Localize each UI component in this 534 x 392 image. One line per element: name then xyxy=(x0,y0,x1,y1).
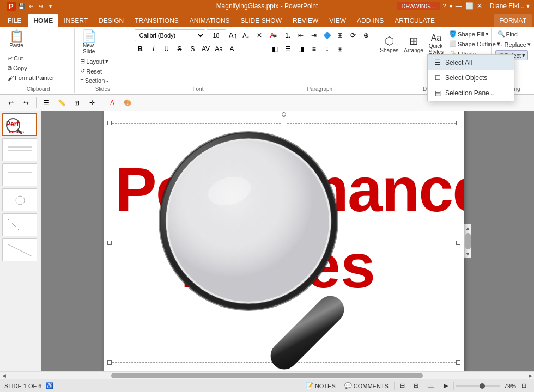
tab-addins[interactable]: ADD-INS xyxy=(351,14,389,27)
normal-view-btn[interactable]: ⊟ xyxy=(397,382,408,390)
tab-file[interactable]: FILE xyxy=(2,14,27,27)
line-spacing-btn[interactable]: ↕ xyxy=(321,43,333,55)
arrange-button[interactable]: ⊞ Arrange xyxy=(402,33,426,54)
scroll-thumb-h[interactable] xyxy=(111,373,422,378)
svg-rect-5 xyxy=(3,139,37,161)
select-objects-menu-item[interactable]: ☐ Select Objects xyxy=(428,70,514,85)
increase-indent-btn[interactable]: ⇥ xyxy=(308,29,320,41)
scroll-down-arrow[interactable]: ▼ xyxy=(464,250,472,258)
layout-button[interactable]: ⊟Layout▾ xyxy=(78,57,111,66)
restore-btn[interactable]: ⬜ xyxy=(465,2,474,10)
underline-button[interactable]: U xyxy=(161,43,173,55)
grid-btn[interactable]: ⊞ xyxy=(70,97,83,109)
change-case-button[interactable]: Aa xyxy=(213,43,225,55)
reset-button[interactable]: ↺Reset xyxy=(78,66,111,76)
font-label: Font xyxy=(135,85,262,92)
redo-toolbar-btn[interactable]: ↪ xyxy=(20,97,33,109)
slide-thumb-1[interactable]: 1 Perf Issues xyxy=(2,113,37,136)
close-btn[interactable]: ✕ xyxy=(477,2,482,10)
handle-lm xyxy=(107,241,112,245)
tab-format[interactable]: FORMAT xyxy=(494,14,532,27)
align-right-btn[interactable]: ◨ xyxy=(295,43,307,55)
slide-thumb-3[interactable]: 3 xyxy=(2,163,37,186)
reading-view-btn[interactable]: 📖 xyxy=(424,382,438,390)
slide-thumb-2[interactable]: 2 xyxy=(2,138,37,161)
font-color-toolbar-btn[interactable]: 🎨 xyxy=(121,97,134,109)
select-all-menu-item[interactable]: ☰ Select All xyxy=(428,55,514,70)
text-shadow-btn[interactable]: A xyxy=(106,97,119,109)
slide-thumb-6[interactable]: 6 xyxy=(2,238,37,261)
tab-design[interactable]: DESIGN xyxy=(93,14,129,27)
bullet-toolbar-btn[interactable]: ☰ xyxy=(40,97,53,109)
select-dropdown-menu: ☰ Select All ☐ Select Objects ▤ Selectio… xyxy=(427,54,514,101)
char-spacing-button[interactable]: AV xyxy=(200,43,212,55)
tab-articulate[interactable]: ARTICULATE xyxy=(389,14,440,27)
align-left-btn[interactable]: ◧ xyxy=(269,43,281,55)
tab-review[interactable]: REVIEW xyxy=(287,14,324,27)
scroll-thumb-v[interactable] xyxy=(465,233,471,249)
redo-btn[interactable]: ↪ xyxy=(37,2,45,10)
scroll-left-arrow[interactable]: ◀ xyxy=(0,372,8,379)
font-size-decrease[interactable]: A↓ xyxy=(240,29,252,41)
align-center-btn[interactable]: ☰ xyxy=(282,43,294,55)
column-btn[interactable]: ⊞ xyxy=(334,29,346,41)
rotate-handle[interactable] xyxy=(282,112,286,117)
slide-canvas[interactable]: Performance Issues xyxy=(104,111,464,371)
fit-slide-btn[interactable]: ⊡ xyxy=(518,382,530,390)
slide-thumb-5[interactable]: 5 xyxy=(2,213,37,236)
undo-btn[interactable]: ↩ xyxy=(27,2,35,10)
justify-btn[interactable]: ≡ xyxy=(308,43,320,55)
align-btn[interactable]: ⊕ xyxy=(360,29,372,41)
help-btn[interactable]: ? xyxy=(443,3,446,9)
user-profile[interactable]: Diane Elki... ▾ xyxy=(490,2,530,10)
clear-format-btn[interactable]: ✕ xyxy=(253,29,265,41)
tab-view[interactable]: VIEW xyxy=(324,14,351,27)
scroll-right-arrow[interactable]: ▶ xyxy=(526,372,534,379)
section-button[interactable]: ≡Section - xyxy=(78,76,111,85)
direction-btn[interactable]: ⟳ xyxy=(347,29,359,41)
slideshow-btn[interactable]: ▶ xyxy=(440,382,451,390)
font-name-select[interactable]: Calibri (Body) xyxy=(135,29,205,41)
zoom-slider[interactable] xyxy=(456,385,500,387)
slide-sorter-btn[interactable]: ⊞ xyxy=(410,382,422,390)
copy-button[interactable]: ⧉Copy xyxy=(5,64,57,73)
italic-button[interactable]: I xyxy=(148,43,160,55)
shapes-button[interactable]: ⬡ Shapes xyxy=(378,33,400,54)
shadow-button[interactable]: S xyxy=(187,43,199,55)
replace-button[interactable]: ↔ Replace ▾ xyxy=(495,40,533,49)
ribbon-display-btn[interactable]: ▾ xyxy=(450,3,452,9)
bullets-btn[interactable]: ≡ xyxy=(269,29,281,41)
font-size-input[interactable] xyxy=(207,29,226,41)
notes-button[interactable]: 📝 NOTES xyxy=(302,382,339,390)
scroll-up-arrow[interactable]: ▲ xyxy=(464,224,472,232)
tab-home[interactable]: HOME xyxy=(28,14,58,27)
smart-art-btn[interactable]: 🔷 xyxy=(321,29,333,41)
slide-thumb-4[interactable]: 4 xyxy=(2,188,37,211)
tab-transitions[interactable]: TRANSITIONS xyxy=(129,14,184,27)
comments-button[interactable]: 💬 COMMENTS xyxy=(341,382,392,390)
save-btn[interactable]: 💾 xyxy=(17,2,26,10)
font-color-btn[interactable]: A xyxy=(226,43,238,55)
ruler-btn[interactable]: 📏 xyxy=(55,97,68,109)
slide-canvas-area: Performance Issues xyxy=(41,111,534,371)
customize-btn[interactable]: ▾ xyxy=(46,2,55,10)
strikethrough-button[interactable]: S xyxy=(174,43,186,55)
minimize-btn[interactable]: — xyxy=(456,2,462,10)
tab-slideshow[interactable]: SLIDE SHOW xyxy=(235,14,287,27)
tab-animations[interactable]: ANIMATIONS xyxy=(184,14,235,27)
quick-styles-button[interactable]: Aa QuickStyles xyxy=(427,32,446,56)
numbering-btn[interactable]: 1. xyxy=(282,29,294,41)
tab-insert[interactable]: INSERT xyxy=(58,14,93,27)
undo-toolbar-btn[interactable]: ↩ xyxy=(4,97,17,109)
new-slide-button[interactable]: 📄 NewSlide xyxy=(78,29,100,56)
guides-btn[interactable]: ✛ xyxy=(86,97,99,109)
columns-btn[interactable]: ⊞ xyxy=(334,43,346,55)
decrease-indent-btn[interactable]: ⇤ xyxy=(295,29,307,41)
paste-button[interactable]: 📋 Paste xyxy=(5,29,27,50)
format-painter-button[interactable]: 🖌Format Painter xyxy=(5,74,57,82)
bold-button[interactable]: B xyxy=(135,43,147,55)
cut-button[interactable]: ✂Cut xyxy=(5,54,57,63)
selection-pane-menu-item[interactable]: ▤ Selection Pane... xyxy=(428,85,514,101)
font-size-increase[interactable]: A↑ xyxy=(227,29,239,41)
find-button[interactable]: 🔍 Find xyxy=(495,29,520,39)
